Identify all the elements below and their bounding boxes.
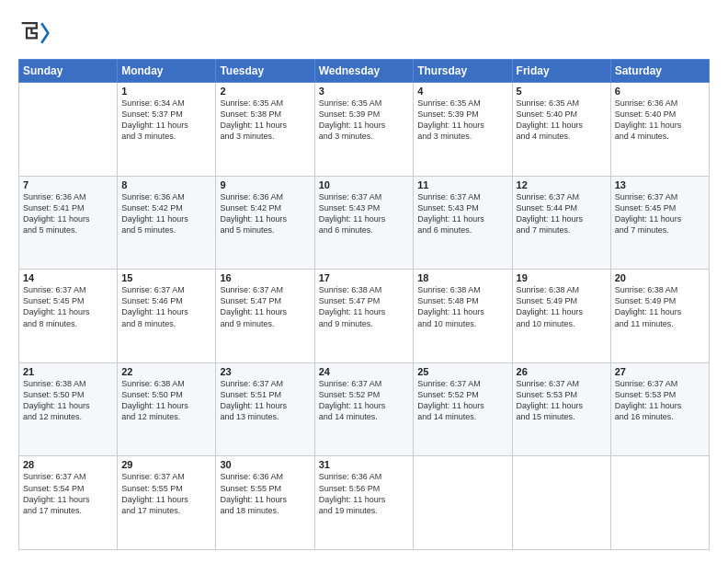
day-info: Sunrise: 6:35 AM Sunset: 5:39 PM Dayligh…	[417, 98, 507, 143]
day-info: Sunrise: 6:37 AM Sunset: 5:53 PM Dayligh…	[517, 378, 607, 423]
calendar-cell: 28Sunrise: 6:37 AM Sunset: 5:54 PM Dayli…	[19, 456, 118, 550]
day-info: Sunrise: 6:37 AM Sunset: 5:45 PM Dayligh…	[23, 284, 113, 329]
calendar-cell: 29Sunrise: 6:37 AM Sunset: 5:55 PM Dayli…	[118, 456, 216, 550]
weekday-header-saturday: Saturday	[610, 60, 709, 83]
day-number: 24	[319, 366, 410, 377]
day-number: 5	[517, 86, 607, 97]
weekday-header-sunday: Sunday	[19, 60, 118, 83]
day-info: Sunrise: 6:37 AM Sunset: 5:53 PM Dayligh…	[615, 378, 705, 423]
day-info: Sunrise: 6:35 AM Sunset: 5:38 PM Dayligh…	[220, 98, 310, 143]
calendar-cell: 8Sunrise: 6:36 AM Sunset: 5:42 PM Daylig…	[118, 176, 216, 270]
calendar-cell: 11Sunrise: 6:37 AM Sunset: 5:43 PM Dayli…	[414, 176, 512, 270]
day-number: 16	[220, 272, 310, 283]
day-info: Sunrise: 6:35 AM Sunset: 5:40 PM Dayligh…	[517, 98, 607, 143]
calendar-cell: 15Sunrise: 6:37 AM Sunset: 5:46 PM Dayli…	[118, 270, 216, 363]
day-number: 20	[615, 272, 705, 283]
day-number: 30	[220, 459, 310, 470]
day-info: Sunrise: 6:38 AM Sunset: 5:50 PM Dayligh…	[23, 378, 113, 423]
day-info: Sunrise: 6:37 AM Sunset: 5:52 PM Dayligh…	[319, 378, 410, 423]
day-number: 25	[417, 366, 507, 377]
day-info: Sunrise: 6:36 AM Sunset: 5:55 PM Dayligh…	[220, 471, 310, 516]
day-number: 31	[319, 459, 410, 470]
weekday-header-monday: Monday	[118, 60, 216, 83]
day-info: Sunrise: 6:37 AM Sunset: 5:52 PM Dayligh…	[417, 378, 507, 423]
calendar-week-1: 1Sunrise: 6:34 AM Sunset: 5:37 PM Daylig…	[19, 83, 710, 177]
day-number: 29	[121, 459, 211, 470]
day-number: 9	[220, 179, 310, 190]
calendar-cell: 24Sunrise: 6:37 AM Sunset: 5:52 PM Dayli…	[314, 362, 414, 456]
calendar-cell: 18Sunrise: 6:38 AM Sunset: 5:48 PM Dayli…	[414, 270, 512, 363]
day-info: Sunrise: 6:37 AM Sunset: 5:54 PM Dayligh…	[23, 471, 113, 516]
day-info: Sunrise: 6:37 AM Sunset: 5:47 PM Dayligh…	[220, 284, 310, 329]
calendar-week-2: 7Sunrise: 6:36 AM Sunset: 5:41 PM Daylig…	[19, 176, 710, 270]
day-number: 7	[23, 179, 113, 190]
day-info: Sunrise: 6:36 AM Sunset: 5:41 PM Dayligh…	[23, 191, 113, 236]
day-info: Sunrise: 6:37 AM Sunset: 5:55 PM Dayligh…	[121, 471, 211, 516]
calendar-cell: 19Sunrise: 6:38 AM Sunset: 5:49 PM Dayli…	[512, 270, 610, 363]
day-number: 12	[517, 179, 607, 190]
day-info: Sunrise: 6:36 AM Sunset: 5:56 PM Dayligh…	[319, 471, 410, 516]
day-info: Sunrise: 6:37 AM Sunset: 5:46 PM Dayligh…	[121, 284, 211, 329]
day-info: Sunrise: 6:34 AM Sunset: 5:37 PM Dayligh…	[121, 98, 211, 143]
weekday-header-wednesday: Wednesday	[314, 60, 414, 83]
calendar-cell: 31Sunrise: 6:36 AM Sunset: 5:56 PM Dayli…	[314, 456, 414, 550]
weekday-row: SundayMondayTuesdayWednesdayThursdayFrid…	[19, 60, 710, 83]
day-number: 26	[517, 366, 607, 377]
calendar-week-4: 21Sunrise: 6:38 AM Sunset: 5:50 PM Dayli…	[19, 362, 710, 456]
logo	[18, 17, 55, 50]
calendar-body: 1Sunrise: 6:34 AM Sunset: 5:37 PM Daylig…	[19, 83, 710, 550]
day-info: Sunrise: 6:38 AM Sunset: 5:49 PM Dayligh…	[615, 284, 705, 329]
day-info: Sunrise: 6:37 AM Sunset: 5:43 PM Dayligh…	[319, 191, 410, 236]
calendar-cell: 4Sunrise: 6:35 AM Sunset: 5:39 PM Daylig…	[414, 83, 512, 177]
calendar-cell: 12Sunrise: 6:37 AM Sunset: 5:44 PM Dayli…	[512, 176, 610, 270]
calendar-cell: 30Sunrise: 6:36 AM Sunset: 5:55 PM Dayli…	[216, 456, 314, 550]
calendar-cell	[610, 456, 709, 550]
day-info: Sunrise: 6:36 AM Sunset: 5:42 PM Dayligh…	[220, 191, 310, 236]
day-info: Sunrise: 6:38 AM Sunset: 5:49 PM Dayligh…	[517, 284, 607, 329]
day-number: 27	[615, 366, 705, 377]
page: SundayMondayTuesdayWednesdayThursdayFrid…	[0, 0, 728, 563]
calendar-cell: 10Sunrise: 6:37 AM Sunset: 5:43 PM Dayli…	[314, 176, 414, 270]
calendar-cell: 13Sunrise: 6:37 AM Sunset: 5:45 PM Dayli…	[610, 176, 709, 270]
calendar-cell: 2Sunrise: 6:35 AM Sunset: 5:38 PM Daylig…	[216, 83, 314, 177]
calendar-cell: 3Sunrise: 6:35 AM Sunset: 5:39 PM Daylig…	[314, 83, 414, 177]
day-info: Sunrise: 6:37 AM Sunset: 5:45 PM Dayligh…	[615, 191, 705, 236]
day-number: 13	[615, 179, 705, 190]
calendar-cell	[19, 83, 118, 177]
header	[18, 17, 710, 50]
day-number: 8	[121, 179, 211, 190]
day-number: 15	[121, 272, 211, 283]
day-number: 2	[220, 86, 310, 97]
calendar-cell: 17Sunrise: 6:38 AM Sunset: 5:47 PM Dayli…	[314, 270, 414, 363]
day-number: 19	[517, 272, 607, 283]
day-number: 21	[23, 366, 113, 377]
day-number: 4	[417, 86, 507, 97]
calendar-cell: 21Sunrise: 6:38 AM Sunset: 5:50 PM Dayli…	[19, 362, 118, 456]
day-number: 14	[23, 272, 113, 283]
calendar-week-3: 14Sunrise: 6:37 AM Sunset: 5:45 PM Dayli…	[19, 270, 710, 363]
day-number: 17	[319, 272, 410, 283]
calendar-cell	[414, 456, 512, 550]
weekday-header-thursday: Thursday	[414, 60, 512, 83]
calendar-cell: 26Sunrise: 6:37 AM Sunset: 5:53 PM Dayli…	[512, 362, 610, 456]
day-number: 28	[23, 459, 113, 470]
calendar-cell: 1Sunrise: 6:34 AM Sunset: 5:37 PM Daylig…	[118, 83, 216, 177]
day-info: Sunrise: 6:36 AM Sunset: 5:42 PM Dayligh…	[121, 191, 211, 236]
calendar-cell: 6Sunrise: 6:36 AM Sunset: 5:40 PM Daylig…	[610, 83, 709, 177]
day-number: 6	[615, 86, 705, 97]
calendar-cell: 25Sunrise: 6:37 AM Sunset: 5:52 PM Dayli…	[414, 362, 512, 456]
calendar-cell: 7Sunrise: 6:36 AM Sunset: 5:41 PM Daylig…	[19, 176, 118, 270]
weekday-header-friday: Friday	[512, 60, 610, 83]
calendar-cell: 9Sunrise: 6:36 AM Sunset: 5:42 PM Daylig…	[216, 176, 314, 270]
day-info: Sunrise: 6:35 AM Sunset: 5:39 PM Dayligh…	[319, 98, 410, 143]
calendar-week-5: 28Sunrise: 6:37 AM Sunset: 5:54 PM Dayli…	[19, 456, 710, 550]
calendar-cell: 23Sunrise: 6:37 AM Sunset: 5:51 PM Dayli…	[216, 362, 314, 456]
calendar-cell: 20Sunrise: 6:38 AM Sunset: 5:49 PM Dayli…	[610, 270, 709, 363]
calendar-header: SundayMondayTuesdayWednesdayThursdayFrid…	[19, 60, 710, 83]
day-number: 10	[319, 179, 410, 190]
calendar-cell: 16Sunrise: 6:37 AM Sunset: 5:47 PM Dayli…	[216, 270, 314, 363]
day-number: 22	[121, 366, 211, 377]
day-info: Sunrise: 6:37 AM Sunset: 5:51 PM Dayligh…	[220, 378, 310, 423]
day-number: 1	[121, 86, 211, 97]
logo-icon	[18, 17, 51, 50]
